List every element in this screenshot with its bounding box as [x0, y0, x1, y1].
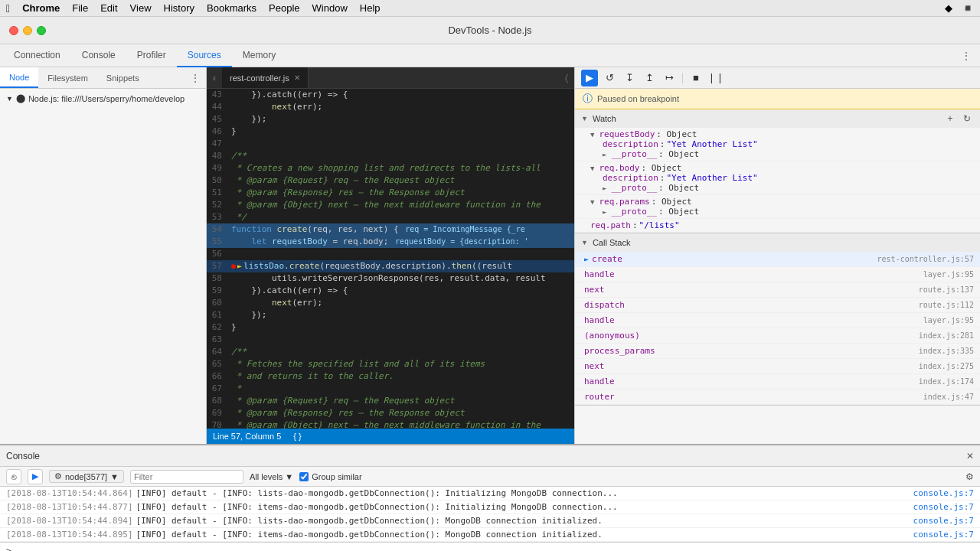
- more-tabs-button[interactable]: ⋮: [956, 44, 977, 67]
- tab-snippets[interactable]: Snippets: [97, 67, 149, 88]
- console-input-line: >: [0, 542, 980, 551]
- console-output[interactable]: [2018-08-13T10:54:44.864] [INFO] default…: [0, 487, 980, 551]
- step-out-button[interactable]: ↥: [641, 70, 658, 86]
- code-line-49: 49 * Creates a new shopping list and red…: [207, 162, 574, 174]
- code-editor[interactable]: 43 }).catch((err) => { 44 next(err); 45 …: [207, 89, 574, 429]
- callstack-item-next1[interactable]: next route.js:137: [575, 282, 980, 298]
- tab-sources[interactable]: Sources: [177, 44, 232, 67]
- bookmarks-menu[interactable]: Bookmarks: [207, 2, 256, 14]
- view-menu[interactable]: View: [130, 2, 152, 14]
- minimize-button[interactable]: [23, 26, 32, 35]
- tab-node[interactable]: Node: [0, 67, 38, 88]
- callstack-item-process-params[interactable]: process_params index.js:335: [575, 344, 980, 359]
- callstack-item-anonymous[interactable]: (anonymous) index.js:281: [575, 328, 980, 344]
- close-console-button[interactable]: ✕: [966, 451, 974, 461]
- people-menu[interactable]: People: [269, 2, 299, 14]
- code-line-68: 68 * @param {Request} req – the Request …: [207, 395, 574, 407]
- console-panel: Console ✕ ⎋ ▶ ⚙ node[3577] ▼ All levels …: [0, 444, 980, 551]
- tab-connection[interactable]: Connection: [3, 44, 71, 67]
- levels-label: All levels: [250, 472, 283, 481]
- console-filter-input[interactable]: [130, 470, 243, 484]
- node-context-badge[interactable]: ⚙ node[3577] ▼: [49, 470, 124, 483]
- run-console-button[interactable]: ▶: [28, 469, 43, 484]
- code-line-58: 58 utils.writeServerJsonResponse(res, re…: [207, 272, 574, 285]
- call-stack-section: ▼ Call Stack ► create rest-controller.js…: [575, 233, 980, 406]
- group-similar-input[interactable]: [299, 472, 309, 481]
- callstack-item-create[interactable]: ► create rest-controller.js:57: [575, 252, 980, 267]
- callstack-item-dispatch[interactable]: dispatch route.js:112: [575, 298, 980, 313]
- watch-actions: + ↻: [943, 112, 974, 126]
- console-title: Console: [6, 451, 40, 461]
- watch-arrow-icon: ▼: [581, 115, 588, 122]
- code-line-66: 66 * and returns it to the caller.: [207, 370, 574, 383]
- menu-bar:  Chrome File Edit View History Bookmark…: [0, 0, 980, 17]
- call-stack-header[interactable]: ▼ Call Stack: [575, 233, 980, 252]
- console-line-1: [2018-08-13T10:54:44.864] [INFO] default…: [0, 487, 980, 500]
- console-settings-button[interactable]: ⚙: [965, 471, 974, 482]
- dropbox-icon: ◆: [945, 2, 952, 14]
- console-line-3: [2018-08-13T10:54:44.894] [INFO] default…: [0, 514, 980, 528]
- cursor-position: Line 57, Column 5: [213, 432, 281, 441]
- callstack-item-handle2[interactable]: handle layer.js:95: [575, 313, 980, 328]
- code-line-62: 62 }: [207, 321, 574, 334]
- expand-icon: ▼: [590, 131, 594, 139]
- close-tab-icon[interactable]: ✕: [294, 73, 300, 82]
- group-similar-label: Group similar: [312, 472, 361, 481]
- callstack-item-handle1[interactable]: handle layer.js:95: [575, 267, 980, 282]
- watch-item-reqparams[interactable]: ▼ req.params : Object ► __proto__ : Obje…: [575, 195, 980, 219]
- breakpoint-banner: ⓘ Paused on breakpoint: [575, 89, 980, 109]
- node-context-icon: ⚙: [54, 471, 62, 481]
- resume-button[interactable]: ▶: [581, 70, 598, 86]
- callstack-item-next2[interactable]: next index.js:275: [575, 359, 980, 374]
- tab-memory[interactable]: Memory: [232, 44, 286, 67]
- code-line-47: 47: [207, 138, 574, 150]
- apple-menu[interactable]: : [6, 2, 10, 15]
- edit-menu[interactable]: Edit: [100, 2, 117, 14]
- deactivate-breakpoints-button[interactable]: ■: [688, 70, 704, 86]
- editor-file-tab[interactable]: rest-controller.js ✕: [222, 67, 309, 88]
- clear-console-button[interactable]: ⎋: [6, 469, 21, 484]
- source-ref-2[interactable]: console.js:7: [913, 502, 974, 512]
- file-menu[interactable]: File: [72, 2, 88, 14]
- window-title: DevTools - Node.js: [448, 24, 531, 36]
- step-over-button[interactable]: ↺: [601, 70, 618, 86]
- code-line-65: 65 * Fetches the specified list and all …: [207, 358, 574, 370]
- log-levels-select[interactable]: All levels ▼: [250, 472, 293, 481]
- chrome-menu[interactable]: Chrome: [22, 2, 60, 14]
- history-menu[interactable]: History: [164, 2, 194, 14]
- source-ref-1[interactable]: console.js:7: [913, 488, 974, 498]
- console-line-4: [2018-08-13T10:54:44.895] [INFO] default…: [0, 528, 980, 542]
- watch-section: ▼ Watch + ↻ ▼ requestBody : Object descr…: [575, 109, 980, 233]
- watch-item-requestbody[interactable]: ▼ requestBody : Object description : "Ye…: [575, 128, 980, 161]
- add-watch-button[interactable]: +: [943, 112, 957, 126]
- code-line-44: 44 next(err);: [207, 101, 574, 113]
- step-into-button[interactable]: ↧: [621, 70, 638, 86]
- left-tab-more[interactable]: ⋮: [185, 73, 206, 83]
- group-similar-checkbox[interactable]: Group similar: [299, 472, 361, 481]
- window-menu[interactable]: Window: [312, 2, 348, 14]
- expand-editor-button[interactable]: 〈: [559, 73, 574, 83]
- expand-icon: ▼: [590, 165, 594, 172]
- step-button[interactable]: ↦: [661, 70, 678, 86]
- code-line-67: 67 *: [207, 383, 574, 395]
- help-menu[interactable]: Help: [360, 2, 381, 14]
- title-bar: DevTools - Node.js: [0, 17, 980, 44]
- breakpoint-message: Paused on breakpoint: [597, 94, 679, 103]
- maximize-button[interactable]: [37, 26, 46, 35]
- tab-filesystem[interactable]: Filesystem: [38, 67, 97, 88]
- source-ref-3[interactable]: console.js:7: [913, 516, 974, 526]
- tree-item-node[interactable]: ▼ ⬤ Node.js: file:///Users/sperry/home/d…: [0, 92, 206, 105]
- code-line-57: 57 ●►listsDao.create(requestBody.descrip…: [207, 260, 574, 272]
- tab-profiler[interactable]: Profiler: [126, 44, 177, 67]
- watch-item-reqbody[interactable]: ▼ req.body : Object description : "Yet A…: [575, 161, 980, 195]
- refresh-watch-button[interactable]: ↻: [960, 112, 974, 126]
- console-input-field[interactable]: [15, 546, 974, 551]
- close-button[interactable]: [9, 26, 18, 35]
- callstack-item-handle3[interactable]: handle index.js:174: [575, 374, 980, 390]
- watch-header[interactable]: ▼ Watch + ↻: [575, 109, 980, 128]
- callstack-item-router[interactable]: router index.js:47: [575, 390, 980, 405]
- tab-console[interactable]: Console: [71, 44, 126, 67]
- source-ref-4[interactable]: console.js:7: [913, 530, 974, 540]
- pause-exceptions-button[interactable]: ❘❘: [707, 70, 724, 86]
- tab-nav-back[interactable]: ‹: [207, 67, 222, 88]
